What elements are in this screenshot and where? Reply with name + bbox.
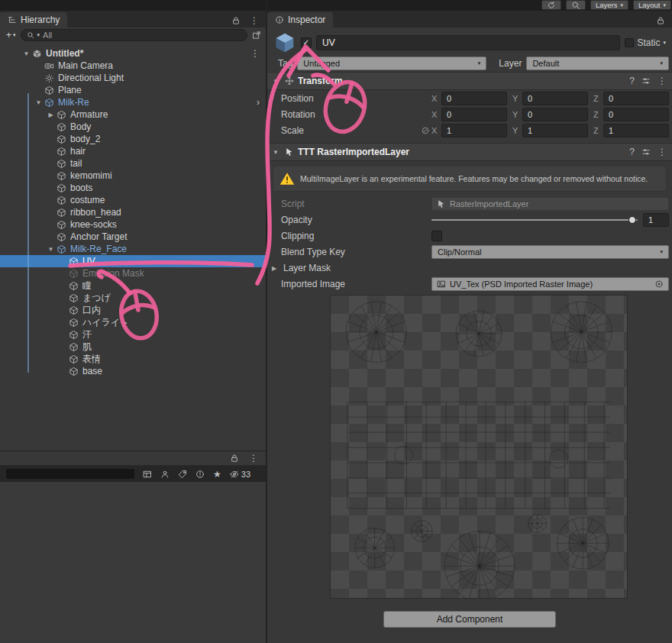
- hierarchy-item-kemomimi[interactable]: kemomimi: [0, 170, 266, 182]
- hierarchy-item-label: 口内: [82, 304, 101, 317]
- hierarchy-item-untitled[interactable]: ▼Untitled*⋮: [0, 47, 266, 60]
- hierarchy-item-row-19[interactable]: 瞳: [0, 279, 266, 292]
- hierarchy-item-row-23[interactable]: 汗: [0, 328, 266, 341]
- presets-icon[interactable]: [641, 147, 651, 157]
- hierarchy-item-anchor-target[interactable]: Anchor Target: [0, 231, 266, 243]
- tab-hierarchy[interactable]: Hierarchy: [0, 12, 67, 27]
- transform-header[interactable]: ▼ Transform ? ⋮: [267, 72, 672, 90]
- hierarchy-item-plane[interactable]: Plane: [0, 84, 266, 96]
- prefab-open-chevron-icon[interactable]: ›: [257, 97, 260, 108]
- rasterlayer-header[interactable]: ▼ TTT RasterImportedLayer ? ⋮: [267, 143, 672, 161]
- imported-image-object-field[interactable]: UV_Tex (PSD Imported Raster Image): [431, 277, 669, 291]
- kebab-menu-icon[interactable]: ⋮: [657, 76, 667, 86]
- foldout-closed-icon[interactable]: ▶: [46, 111, 56, 118]
- inspector-panel: Inspector ✓: [267, 11, 672, 643]
- foldout-open-icon[interactable]: ▼: [21, 50, 31, 57]
- rotation-x-field[interactable]: 0: [441, 108, 507, 121]
- add-component-button[interactable]: Add Component: [383, 611, 556, 628]
- position-y-field[interactable]: 0: [522, 92, 588, 105]
- detach-search-icon[interactable]: [252, 31, 261, 40]
- foldout-open-icon[interactable]: ▼: [46, 246, 56, 253]
- foldout-open-icon[interactable]: ▼: [34, 99, 44, 106]
- imported-image-label: Imported Image: [281, 279, 431, 289]
- kebab-menu-icon[interactable]: ⋮: [250, 48, 260, 59]
- blend-type-dropdown[interactable]: Clip/Normal ▾: [431, 245, 669, 259]
- lock-icon[interactable]: [231, 16, 241, 25]
- scale-y-field[interactable]: 1: [522, 124, 588, 137]
- foldout-open-icon[interactable]: ▼: [273, 149, 281, 156]
- hierarchy-item-row-22[interactable]: ハイライト: [0, 316, 266, 328]
- hierarchy-item-uv[interactable]: UV: [0, 255, 266, 267]
- hierarchy-item-emission-mask[interactable]: Emission Mask: [0, 267, 266, 279]
- hierarchy-item-row-21[interactable]: 口内: [0, 304, 266, 316]
- filter-input[interactable]: [6, 469, 134, 479]
- foldout-open-icon[interactable]: ▼: [273, 78, 281, 85]
- active-checkbox[interactable]: ✓: [301, 37, 312, 48]
- create-object-button[interactable]: + ▾: [6, 30, 16, 40]
- transform-header-actions: ? ⋮: [629, 76, 667, 86]
- hierarchy-item-costume[interactable]: costume: [0, 194, 266, 206]
- tag-dropdown[interactable]: Untagged ▾: [297, 57, 486, 70]
- help-icon[interactable]: ?: [629, 147, 635, 157]
- layout-dropdown[interactable]: Layout ▾: [633, 0, 671, 10]
- hierarchy-item-row-20[interactable]: まつげ: [0, 292, 266, 304]
- chevron-down-icon: ▾: [37, 32, 40, 38]
- layers-dropdown[interactable]: Layers ▾: [590, 0, 628, 10]
- alert-icon[interactable]: [195, 470, 205, 479]
- hierarchy-item-base[interactable]: base: [0, 365, 266, 377]
- eye-off-icon: [230, 470, 239, 479]
- tag-label: Tag: [278, 58, 292, 69]
- position-x-field[interactable]: 0: [441, 92, 507, 105]
- person-icon[interactable]: [160, 470, 170, 479]
- static-toggle[interactable]: Static ▾: [625, 37, 666, 48]
- hierarchy-item-armature[interactable]: ▶Armature: [0, 108, 266, 121]
- hidden-objects-toggle[interactable]: 33: [230, 470, 250, 479]
- hierarchy-item-row-25[interactable]: 表情: [0, 353, 266, 365]
- hierarchy-item-directional-light[interactable]: Directional Light: [0, 72, 266, 84]
- help-icon[interactable]: ?: [629, 76, 635, 86]
- opacity-value-field[interactable]: 1: [643, 213, 669, 227]
- kebab-menu-icon[interactable]: ⋮: [657, 147, 667, 157]
- panel-divider[interactable]: [266, 0, 267, 643]
- hierarchy-item-tail[interactable]: tail: [0, 157, 266, 170]
- hierarchy-item-boots[interactable]: boots: [0, 182, 266, 194]
- lock-icon[interactable]: [656, 16, 665, 25]
- layer-mask-row[interactable]: ▶ Layer Mask: [267, 260, 672, 276]
- hierarchy-item-row-24[interactable]: 肌: [0, 341, 266, 353]
- search-button[interactable]: [566, 0, 586, 10]
- kebab-menu-icon[interactable]: ⋮: [250, 16, 259, 25]
- kebab-menu-icon[interactable]: ⋮: [249, 454, 258, 463]
- hierarchy-search-input[interactable]: ▾ All: [21, 29, 247, 41]
- rotation-y-field[interactable]: 0: [522, 108, 588, 121]
- hierarchy-item-ribbon-head[interactable]: ribbon_head: [0, 206, 266, 218]
- hierarchy-item-knee-socks[interactable]: knee-socks: [0, 218, 266, 231]
- scale-y-axis: Y1: [512, 124, 588, 137]
- hierarchy-item-main-camera[interactable]: Main Camera: [0, 60, 266, 72]
- rotation-z-field[interactable]: 0: [603, 108, 669, 121]
- presets-icon[interactable]: [641, 76, 651, 86]
- scale-z-field[interactable]: 1: [603, 124, 669, 137]
- scale-x-field[interactable]: 1: [441, 124, 507, 137]
- position-z-field[interactable]: 0: [603, 92, 669, 105]
- hierarchy-item-body-2[interactable]: body_2: [0, 133, 266, 145]
- foldout-closed-icon[interactable]: ▶: [272, 265, 280, 272]
- clipping-checkbox[interactable]: [431, 231, 442, 241]
- layer-dropdown[interactable]: Default ▾: [526, 57, 669, 70]
- cube-icon: [68, 305, 79, 315]
- object-picker-icon[interactable]: [654, 279, 664, 289]
- window-grid-icon[interactable]: [143, 470, 152, 479]
- hierarchy-item-body[interactable]: Body: [0, 121, 266, 133]
- slider-handle[interactable]: [628, 216, 636, 224]
- hierarchy-item-hair[interactable]: hair: [0, 145, 266, 157]
- gameobject-name-field[interactable]: UV: [316, 35, 620, 50]
- opacity-slider[interactable]: [431, 215, 638, 225]
- refresh-button[interactable]: [541, 0, 561, 10]
- lock-icon[interactable]: [230, 454, 239, 463]
- hierarchy-item-milk-re-face[interactable]: ▼Milk-Re_Face: [0, 243, 266, 255]
- hierarchy-item-milk-re[interactable]: ▼Milk-Re›: [0, 96, 266, 108]
- uniform-scale-icon[interactable]: [421, 126, 430, 135]
- script-object-field[interactable]: RasterImportedLayer: [431, 197, 669, 211]
- tab-inspector[interactable]: Inspector: [267, 12, 333, 27]
- star-icon[interactable]: ★: [213, 470, 221, 479]
- tag-icon[interactable]: [178, 470, 187, 479]
